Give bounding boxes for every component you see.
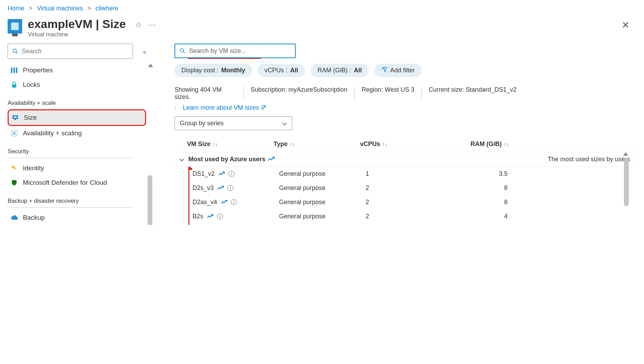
- table-row[interactable]: D2s_v3 i General purpose 2 8: [175, 181, 637, 195]
- sidebar-item-size[interactable]: Size: [8, 109, 146, 126]
- annotation-underline: [188, 58, 261, 59]
- svg-rect-7: [14, 116, 17, 118]
- lock-icon: [10, 81, 18, 89]
- sidebar-item-label: Size: [24, 114, 37, 121]
- filter-vcpus[interactable]: vCPUs : All: [258, 64, 305, 77]
- vm-ram: 3.5: [452, 170, 515, 178]
- info-current-size: Current size: Standard_DS1_v2: [422, 86, 524, 101]
- svg-line-14: [184, 52, 185, 54]
- vm-size-search[interactable]: [175, 44, 296, 58]
- column-ram[interactable]: RAM (GiB) ↑↓: [471, 140, 509, 148]
- filter-plus-icon: +: [381, 67, 387, 74]
- table-row[interactable]: B2s i General purpose 2 4: [175, 209, 637, 224]
- dropdown-label: Group by series: [180, 120, 224, 127]
- sidebar-item-label: Locks: [23, 81, 40, 89]
- info-icon[interactable]: i: [217, 213, 223, 219]
- close-button[interactable]: ✕: [615, 18, 636, 33]
- search-icon: [11, 47, 19, 55]
- chevron-down-icon: [179, 156, 184, 163]
- svg-rect-2: [11, 67, 12, 73]
- sidebar-item-backup[interactable]: Backup: [8, 210, 146, 225]
- vm-type: General purpose: [279, 170, 366, 178]
- sidebar-item-identity[interactable]: Identity: [8, 161, 146, 175]
- chevron-down-icon: [282, 120, 287, 127]
- info-icon[interactable]: i: [231, 199, 237, 205]
- info-icon[interactable]: i: [229, 171, 234, 177]
- breadcrumb-resource[interactable]: cliwhere: [96, 5, 118, 12]
- separator: |: [175, 105, 176, 111]
- sidebar-scrollbar[interactable]: [147, 175, 152, 225]
- pill-value: All: [290, 67, 298, 74]
- sidebar-item-label: Backup: [23, 214, 45, 221]
- vm-size-name: B2s: [193, 213, 203, 220]
- favorite-star-icon[interactable]: ☆: [135, 20, 142, 29]
- scroll-arrow-up-icon[interactable]: [148, 64, 153, 67]
- shield-icon: [10, 179, 18, 186]
- info-subscription: Subscription: myAzureSubscription: [244, 86, 355, 101]
- sidebar-item-locks[interactable]: Locks: [8, 78, 146, 92]
- filter-ram[interactable]: RAM (GiB) : All: [311, 64, 369, 77]
- sidebar-item-defender[interactable]: Microsoft Defender for Cloud: [8, 175, 146, 190]
- sort-icon: ↑↓: [213, 141, 218, 147]
- group-by-dropdown[interactable]: Group by series: [175, 116, 292, 130]
- scaling-icon: [10, 129, 18, 137]
- table-row[interactable]: DS1_v2 i General purpose 1 3.5: [175, 167, 637, 181]
- info-icon[interactable]: i: [227, 185, 233, 191]
- trend-up-icon: [217, 185, 224, 191]
- info-summary: Showing 404 VM sizes. Subscription: myAz…: [175, 86, 637, 101]
- vm-ram: 4: [452, 213, 515, 220]
- info-region: Region: West US 3: [355, 86, 422, 101]
- sidebar-heading-security: Security: [8, 148, 133, 158]
- svg-rect-10: [13, 132, 16, 135]
- add-filter-button[interactable]: + Add filter: [374, 64, 422, 77]
- filter-display-cost[interactable]: Display cost : Monthly: [175, 64, 252, 77]
- vm-vcpus: 1: [366, 170, 452, 178]
- table-row[interactable]: D2as_v4 i General purpose 2 8: [175, 195, 637, 209]
- trend-up-icon: [267, 156, 275, 163]
- pill-label: Add filter: [390, 67, 415, 74]
- table-header: VM Size ↑↓ Type ↑↓ vCPUs ↑↓ RAM (GiB) ↑↓: [175, 138, 637, 152]
- sidebar-search-input[interactable]: [22, 48, 129, 55]
- sidebar-item-label: Identity: [23, 164, 44, 172]
- vm-size-search-input[interactable]: [189, 47, 292, 55]
- pill-value: All: [354, 67, 362, 74]
- sidebar-item-label: Microsoft Defender for Cloud: [23, 179, 107, 186]
- collapse-sidebar-icon[interactable]: «: [143, 48, 146, 56]
- vm-vcpus: 2: [366, 184, 452, 192]
- sidebar-item-availability-scaling[interactable]: Availability + scaling: [8, 126, 146, 140]
- pill-value: Monthly: [221, 67, 245, 74]
- svg-line-1: [16, 52, 18, 54]
- annotation-bracket: [188, 167, 190, 225]
- svg-rect-5: [12, 84, 16, 88]
- page-subtitle: Virtual machine: [28, 31, 126, 38]
- vm-type: General purpose: [279, 199, 366, 206]
- chevron-right-icon: >: [29, 5, 33, 12]
- breadcrumb-virtual-machines[interactable]: Virtual machines: [37, 5, 83, 12]
- sidebar-item-label: Properties: [23, 66, 53, 74]
- table-group-row[interactable]: Most used by Azure users The most used s…: [175, 152, 637, 167]
- search-icon: [179, 47, 186, 55]
- external-link-icon: [261, 104, 266, 111]
- sidebar-search[interactable]: [8, 44, 133, 59]
- column-vm-size[interactable]: VM Size ↑↓: [187, 140, 274, 148]
- learn-more-link[interactable]: Learn more about VM sizes: [183, 104, 266, 111]
- vm-size-name: DS1_v2: [193, 170, 215, 178]
- scroll-arrow-up-icon[interactable]: [623, 152, 628, 156]
- trend-up-icon: [207, 213, 214, 220]
- column-vcpus[interactable]: vCPUs ↑↓: [360, 140, 447, 148]
- main-content: Display cost : Monthly vCPUs : All RAM (…: [152, 44, 644, 225]
- breadcrumb: Home > Virtual machines > cliwhere: [0, 0, 644, 15]
- pill-label: RAM (GiB) :: [317, 67, 351, 74]
- column-type[interactable]: Type ↑↓: [274, 140, 360, 148]
- svg-point-0: [13, 49, 17, 53]
- sidebar-item-properties[interactable]: Properties: [8, 63, 146, 78]
- breadcrumb-home[interactable]: Home: [8, 5, 24, 12]
- svg-point-13: [180, 49, 184, 52]
- svg-rect-12: [14, 167, 17, 170]
- more-icon[interactable]: ···: [148, 20, 156, 29]
- backup-cloud-icon: [10, 214, 18, 221]
- trend-up-icon: [221, 199, 227, 206]
- vm-size-icon: [11, 114, 19, 121]
- vm-ram: 8: [452, 199, 515, 206]
- main-scrollbar[interactable]: [624, 158, 629, 206]
